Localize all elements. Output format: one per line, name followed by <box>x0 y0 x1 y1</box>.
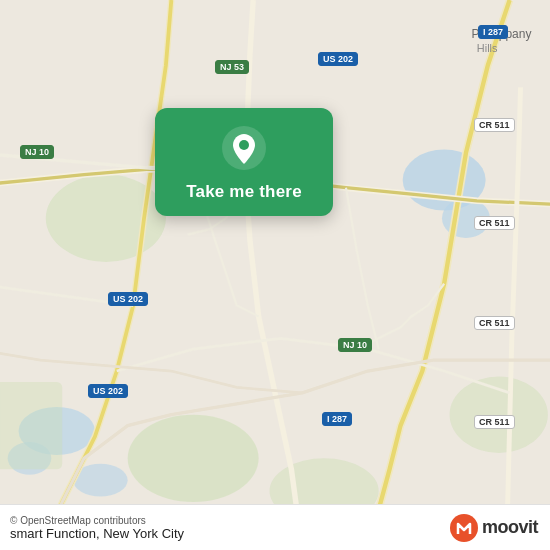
attribution-text: © OpenStreetMap contributors <box>10 515 184 526</box>
road-badge-i287: I 287 <box>322 412 352 426</box>
road-badge-us202-bot: US 202 <box>88 384 128 398</box>
road-badge-us202-top: US 202 <box>318 52 358 66</box>
svg-text:Hills: Hills <box>477 42 498 54</box>
moovit-brand-text: moovit <box>482 517 538 538</box>
pin-icon <box>222 126 266 170</box>
road-badge-i287-top: I 287 <box>478 25 508 39</box>
svg-point-17 <box>450 514 478 542</box>
svg-point-16 <box>239 140 249 150</box>
road-badge-nj53: NJ 53 <box>215 60 249 74</box>
road-badge-cr511-mid: CR 511 <box>474 216 515 230</box>
road-badge-nj10-left: NJ 10 <box>20 145 54 159</box>
map-container: Parsippany Hills NJ 10 NJ 53 US 202 CR 5… <box>0 0 550 550</box>
bottom-left: © OpenStreetMap contributors smart Funct… <box>10 515 184 541</box>
road-badge-cr511-top: CR 511 <box>474 118 515 132</box>
svg-rect-10 <box>0 382 62 469</box>
bottom-bar: © OpenStreetMap contributors smart Funct… <box>0 504 550 550</box>
location-name: smart Function, New York City <box>10 526 184 541</box>
moovit-logo[interactable]: moovit <box>450 514 538 542</box>
location-card: Take me there <box>155 108 333 216</box>
take-me-there-button[interactable]: Take me there <box>186 182 302 202</box>
road-badge-us202-mid: US 202 <box>108 292 148 306</box>
svg-point-6 <box>128 415 259 502</box>
map-background: Parsippany Hills <box>0 0 550 550</box>
road-badge-cr511-bot: CR 511 <box>474 415 515 429</box>
road-badge-cr511-lower: CR 511 <box>474 316 515 330</box>
moovit-logo-icon <box>450 514 478 542</box>
road-badge-nj10-bot: NJ 10 <box>338 338 372 352</box>
